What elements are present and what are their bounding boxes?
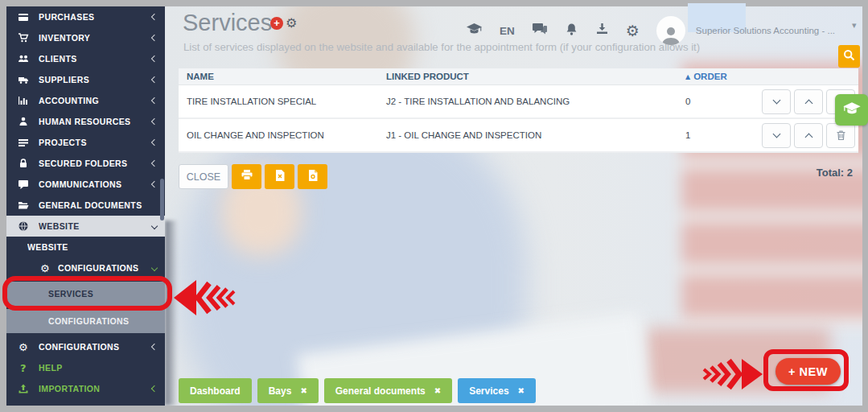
sidebar-item-label: CONFIGURATIONS [48, 316, 157, 326]
sidebar-item-suppliers[interactable]: SUPPLIERS [6, 69, 165, 90]
person-icon [16, 116, 31, 127]
chevron-left-icon [151, 118, 158, 125]
tutorials-button[interactable] [835, 94, 868, 126]
sidebar-scrollbar[interactable] [160, 179, 164, 220]
sidebar-item-projects[interactable]: PROJECTS [6, 132, 165, 153]
notifications-button[interactable] [565, 23, 578, 39]
sidebar-item-configurations-sub[interactable]: ⚙ CONFIGURATIONS [6, 258, 165, 278]
total-count: Total: 2 [817, 167, 853, 179]
sidebar-item-purchases[interactable]: PURCHASES [6, 6, 165, 27]
sidebar-item-label: SUPPLIERS [39, 75, 152, 84]
close-tab-icon[interactable]: ✖ [434, 386, 441, 395]
sidebar-item-label: SECURED FOLDERS [39, 159, 152, 168]
export-excel-button[interactable] [265, 164, 294, 189]
print-button[interactable] [232, 164, 261, 189]
table-row[interactable]: OIL CHANGE AND INSPECTION J1 - OIL CHANG… [179, 119, 858, 153]
upload-icon [16, 383, 31, 394]
tab-dashboard[interactable]: Dashboard [179, 378, 252, 403]
page-settings-icon[interactable]: ⚙ [286, 15, 297, 31]
sidebar-item-general-documents[interactable]: GENERAL DOCUMENTS [6, 195, 165, 216]
main-content: Services + ⚙ List of services displayed … [165, 6, 862, 406]
excel-file-icon [274, 169, 286, 185]
cell-linked-product: J2 - TIRE INSTALLATION AND BALANCING [386, 97, 685, 106]
add-service-icon[interactable]: + [270, 17, 283, 30]
sidebar-item-services[interactable]: SERVICES [6, 282, 165, 306]
sidebar-subheader-website[interactable]: WEBSITE [6, 237, 165, 258]
sidebar-item-tools[interactable]: TOOLS [6, 399, 165, 406]
sidebar-item-label: INVENTORY [39, 33, 152, 43]
graduation-cap-icon [466, 23, 483, 39]
table-header: NAME LINKED PRODUCT ▲ORDER [179, 68, 858, 85]
photo-shadow [165, 220, 178, 406]
avatar[interactable] [656, 16, 685, 45]
new-button[interactable]: + NEW [775, 358, 841, 385]
globe-icon [16, 220, 31, 232]
sidebar-item-label: COMMUNICATIONS [39, 179, 152, 189]
services-table: NAME LINKED PRODUCT ▲ORDER TIRE INSTALLA… [179, 68, 858, 153]
sidebar-item-clients[interactable]: CLIENTS [6, 48, 165, 69]
tab-bays[interactable]: Bays✖ [257, 378, 319, 403]
sidebar-item-website[interactable]: WEBSITE [6, 216, 165, 237]
chevron-left-icon [151, 35, 158, 41]
sidebar-item-inventory[interactable]: INVENTORY [6, 27, 165, 48]
chevron-left-icon [151, 181, 158, 187]
chevron-down-icon [772, 97, 780, 105]
training-button[interactable] [466, 23, 483, 39]
move-up-button[interactable] [794, 123, 823, 148]
move-up-button[interactable] [794, 89, 823, 114]
language-selector[interactable]: EN [500, 25, 515, 37]
pdf-file-icon [307, 169, 319, 185]
download-icon [595, 23, 609, 39]
chevron-left-icon [151, 76, 158, 83]
column-header-order[interactable]: ▲ORDER [685, 72, 858, 81]
chart-icon [16, 404, 31, 406]
chevron-left-icon [151, 56, 158, 62]
messages-button[interactable] [532, 23, 548, 39]
sidebar-item-label: CLIENTS [39, 54, 152, 64]
chevron-left-icon [151, 344, 158, 350]
column-header-name[interactable]: NAME [179, 72, 386, 81]
column-header-linked-product[interactable]: LINKED PRODUCT [386, 72, 685, 81]
sort-asc-icon: ▲ [685, 73, 690, 80]
open-tabs-bar: Dashboard Bays✖ General documents✖ Servi… [179, 378, 536, 403]
sidebar-item-accounting[interactable]: ACCOUNTING [6, 90, 165, 111]
chevron-down-icon [772, 130, 780, 138]
screenshot-frame: PURCHASES INVENTORY CLIENTS SUPPLIERS AC… [0, 0, 868, 412]
toolbar: CLOSE [179, 164, 327, 189]
sidebar-item-communications[interactable]: COMMUNICATIONS [6, 174, 165, 195]
close-tab-icon[interactable]: ✖ [518, 386, 525, 395]
sidebar-item-label: SERVICES [48, 289, 157, 299]
sidebar-item-human-resources[interactable]: HUMAN RESOURCES [6, 111, 165, 132]
sidebar-item-help[interactable]: ? HELP [6, 357, 165, 378]
sidebar-item-label: PURCHASES [39, 12, 152, 22]
table-row[interactable]: TIRE INSTALLATION SPECIAL J2 - TIRE INST… [179, 85, 858, 119]
sidebar-item-label: HUMAN RESOURCES [39, 117, 152, 126]
download-button[interactable] [595, 23, 609, 39]
export-pdf-button[interactable] [298, 164, 327, 189]
search-button[interactable] [838, 45, 860, 68]
list-icon [16, 137, 31, 148]
sidebar-item-configurations[interactable]: ⚙ CONFIGURATIONS [6, 336, 165, 357]
sidebar-item-label: WEBSITE [27, 242, 157, 252]
bar-chart-icon [16, 95, 31, 106]
tab-services[interactable]: Services✖ [458, 378, 536, 403]
move-down-button[interactable] [762, 123, 791, 148]
delete-button[interactable] [826, 123, 855, 148]
row-actions [762, 123, 855, 148]
sidebar-item-secured-folders[interactable]: SECURED FOLDERS [6, 153, 165, 174]
truck-icon [16, 74, 31, 85]
cart-icon [16, 32, 31, 43]
sidebar: PURCHASES INVENTORY CLIENTS SUPPLIERS AC… [6, 6, 165, 406]
close-tab-icon[interactable]: ✖ [300, 386, 306, 395]
topbar: EN ⚙ Superior Solutions Accounting - ...… [466, 14, 857, 47]
chevron-up-icon [804, 134, 812, 142]
cell-name: OIL CHANGE AND INSPECTION [179, 130, 386, 140]
move-down-button[interactable] [762, 89, 791, 114]
settings-gear-icon[interactable]: ⚙ [626, 23, 640, 39]
close-button[interactable]: CLOSE [179, 164, 228, 189]
sidebar-item-importation[interactable]: IMPORTATION [6, 378, 165, 399]
printer-icon [241, 169, 253, 184]
account-selector[interactable]: Superior Solutions Accounting - ... [696, 26, 835, 35]
sidebar-item-configurations-sub2[interactable]: CONFIGURATIONS [6, 309, 165, 333]
tab-general-documents[interactable]: General documents✖ [324, 378, 452, 403]
